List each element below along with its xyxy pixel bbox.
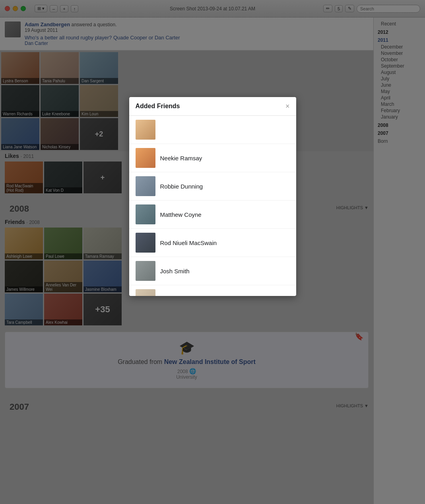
friend-avatar	[136, 204, 155, 224]
friend-item[interactable]: Robbie Dunning	[129, 172, 296, 200]
modal-close-button[interactable]: ×	[285, 103, 290, 110]
friend-item[interactable]: Josh Smith	[129, 257, 296, 285]
modal-header: Added Friends ×	[129, 97, 296, 116]
friend-item[interactable]: Rod Niueli MacSwain	[129, 229, 296, 257]
friend-item[interactable]: Anne-Marie Vanderbeek	[129, 285, 296, 296]
friend-avatar	[136, 289, 155, 296]
friend-avatar	[136, 233, 155, 253]
modal-title: Added Friends	[136, 103, 180, 110]
friend-name: Josh Smith	[160, 268, 190, 274]
friend-avatar	[136, 120, 155, 140]
friend-list: Neekie Ramsay Robbie Dunning Matthew Coy…	[129, 116, 296, 296]
friend-avatar	[136, 261, 155, 281]
modal-overlay[interactable]: Added Friends × Neekie Ramsay Robbie Dun…	[0, 0, 425, 504]
friend-item[interactable]: Matthew Coyne	[129, 200, 296, 229]
friend-name: Anne-Marie Vanderbeek	[160, 296, 224, 296]
friend-avatar	[136, 176, 155, 196]
friend-name: Matthew Coyne	[160, 211, 202, 218]
friend-item[interactable]: Neekie Ramsay	[129, 144, 296, 172]
friend-name: Rod Niueli MacSwain	[160, 239, 217, 246]
friend-name: Robbie Dunning	[160, 183, 203, 190]
added-friends-modal: Added Friends × Neekie Ramsay Robbie Dun…	[129, 97, 296, 296]
friend-avatar	[136, 148, 155, 168]
friend-name: Neekie Ramsay	[160, 155, 202, 162]
friend-item[interactable]	[129, 116, 296, 144]
